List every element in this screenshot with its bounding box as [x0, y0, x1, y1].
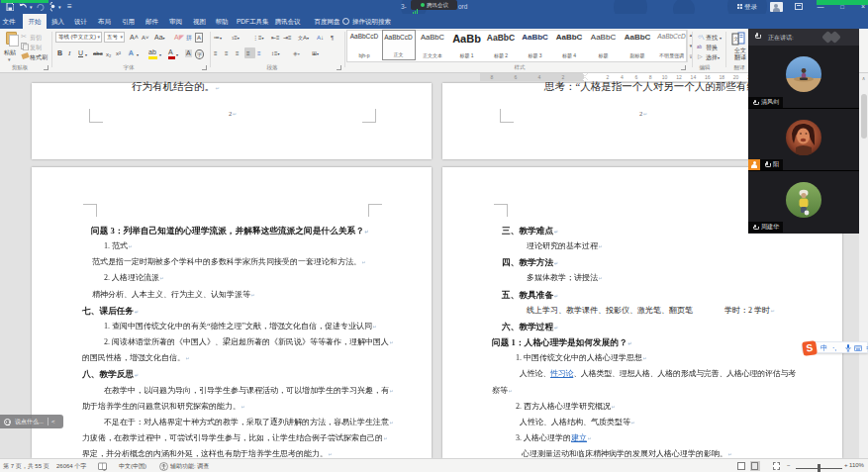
undo-icon[interactable]: [19, 3, 28, 11]
tell-me-box[interactable]: 操作说明搜索: [352, 14, 391, 29]
cut-button[interactable]: 剪切: [30, 34, 42, 43]
format-painter-icon[interactable]: [21, 52, 29, 59]
distribute-icon[interactable]: ≡: [257, 49, 261, 57]
customize-qat-icon[interactable]: ≡: [67, 2, 72, 12]
clipboard-dialog-launcher[interactable]: [44, 65, 48, 70]
line-spacing-icon[interactable]: ↕≡▾: [271, 49, 280, 58]
bold-button[interactable]: B: [57, 49, 62, 57]
copy-icon[interactable]: [21, 43, 29, 50]
redo-icon[interactable]: [37, 3, 45, 11]
cut-icon[interactable]: ✂: [21, 33, 27, 41]
font-name-combo[interactable]: ▾ 等线 (中文正文): [55, 32, 102, 43]
translate-line2[interactable]: 翻译: [734, 53, 746, 62]
ribbon-tab-5[interactable]: 引用: [122, 14, 134, 29]
text-effects-dropdown-icon[interactable]: ▾: [137, 51, 139, 59]
select-dropdown-icon[interactable]: ▾: [718, 54, 720, 62]
font-size-dropdown-icon[interactable]: ▾: [120, 33, 123, 42]
find-dropdown-icon[interactable]: ▾: [720, 35, 722, 43]
mic-icon[interactable]: [845, 344, 851, 352]
font-size-combo[interactable]: ▾ 五号: [104, 32, 125, 43]
save-icon[interactable]: [6, 3, 14, 11]
replace-icon[interactable]: ab: [697, 43, 702, 51]
print-layout-icon[interactable]: [750, 461, 760, 471]
style-card[interactable]: AaBbC标题 4: [552, 30, 586, 60]
paragraph-dialog-launcher[interactable]: [337, 65, 341, 70]
accessibility-status[interactable]: 辅助功能: 调查: [170, 462, 209, 471]
ribbon-tab-12[interactable]: 百度网盘: [314, 14, 340, 29]
ribbon-tab-0[interactable]: 文件: [2, 14, 16, 29]
doc-link[interactable]: 性习论: [550, 369, 573, 378]
doc-link[interactable]: 建立: [571, 433, 587, 442]
keyboard-icon[interactable]: [854, 345, 862, 351]
shrink-font-icon[interactable]: A˅: [142, 34, 149, 42]
zoom-level[interactable]: 110%: [849, 462, 864, 468]
ribbon-tab-1[interactable]: 开始: [23, 14, 47, 29]
word-count[interactable]: 26064 个字: [56, 462, 86, 471]
style-card[interactable]: AaBbC正文文本: [416, 30, 449, 60]
meeting-floating-pill[interactable]: 腾讯会议: [411, 0, 457, 10]
style-card[interactable]: AaBbC标题 2: [484, 30, 518, 60]
format-painter-button[interactable]: 格式刷: [30, 53, 48, 62]
ribbon-tab-9[interactable]: 帮助: [215, 14, 229, 29]
sign-in-button[interactable]: 登录: [744, 3, 757, 12]
numbering-icon[interactable]: 1≡▾: [232, 34, 240, 43]
ribbon-tab-7[interactable]: 审阅: [169, 14, 181, 29]
strikethrough-icon[interactable]: abc: [93, 49, 103, 57]
ime-toolbar[interactable]: S 中 ·, ≡: [802, 341, 868, 353]
superscript-icon[interactable]: x²: [116, 49, 121, 57]
account-avatar[interactable]: [770, 2, 783, 12]
web-layout-icon[interactable]: [772, 461, 782, 471]
style-card[interactable]: AaBbC标题: [587, 30, 621, 60]
character-border-icon[interactable]: A: [195, 33, 203, 43]
decrease-indent-icon[interactable]: ⇤≡: [271, 34, 280, 42]
underline-dropdown-icon[interactable]: ▾: [85, 51, 87, 59]
vertical-scrollbar[interactable]: ∧: [859, 73, 868, 458]
chat-pill-collapse[interactable]: <: [51, 419, 55, 425]
shading-icon[interactable]: ◈▾: [293, 49, 300, 58]
align-right-icon[interactable]: ≡: [236, 49, 240, 57]
enclose-char-icon[interactable]: 字: [195, 49, 204, 59]
style-card[interactable]: AaBbCcDbjh-p: [347, 30, 381, 60]
language-status[interactable]: 中文(中国): [119, 462, 146, 471]
chinese-mode-icon[interactable]: 中: [820, 343, 827, 353]
ribbon-tab-10[interactable]: PDF工具集: [237, 14, 264, 29]
replace-button[interactable]: 替换: [706, 44, 718, 52]
find-button[interactable]: 查找: [706, 34, 718, 43]
paste-icon[interactable]: [6, 32, 17, 45]
phonetic-guide-icon[interactable]: 拼: [186, 34, 192, 42]
copy-button[interactable]: 复制: [30, 44, 42, 52]
ribbon-tab-4[interactable]: 布局: [98, 14, 110, 29]
ribbon-tab-3[interactable]: 设计: [74, 14, 86, 29]
justify-icon[interactable]: ≡: [246, 49, 250, 57]
ribbon-tab-6[interactable]: 邮件: [145, 14, 157, 29]
touch-mode-icon[interactable]: [48, 2, 56, 12]
clear-format-icon[interactable]: A◤: [174, 34, 184, 42]
read-mode-icon[interactable]: [736, 461, 746, 471]
char-shading-icon[interactable]: A: [185, 49, 192, 57]
indent-marker[interactable]: [582, 73, 588, 81]
select-button[interactable]: 选择: [706, 53, 718, 62]
ribbon-tab-8[interactable]: 视图: [193, 14, 205, 29]
ribbon-tab-11[interactable]: 腾讯会议: [274, 14, 301, 29]
participant-tile[interactable]: 清风剑: [748, 46, 859, 109]
proofing-icon[interactable]: [98, 462, 107, 471]
style-card[interactable]: AaBbC副标题: [621, 30, 654, 60]
borders-icon[interactable]: ⊞▾: [312, 49, 319, 58]
style-card[interactable]: AaBbCcD不明显强调: [655, 30, 689, 60]
subscript-icon[interactable]: x₂: [106, 50, 111, 58]
grow-font-icon[interactable]: A˄: [130, 34, 139, 42]
full-text-translate-icon[interactable]: 文: [731, 32, 745, 46]
show-marks-icon[interactable]: ¶: [331, 34, 334, 42]
ribbon-display-options-icon[interactable]: [795, 3, 803, 10]
scrollbar-thumb[interactable]: [861, 94, 867, 139]
meeting-chat-pill[interactable]: 说点什么... <: [0, 415, 63, 428]
undo-dropdown-icon[interactable]: ▾: [30, 2, 33, 12]
font-dialog-launcher[interactable]: [202, 65, 207, 70]
touch-mode-dropdown-icon[interactable]: ▾: [58, 2, 61, 12]
bullets-icon[interactable]: ≔▾: [214, 34, 222, 43]
asian-layout-icon[interactable]: 文A▾: [298, 34, 309, 43]
font-color-dropdown-icon[interactable]: ▾: [176, 51, 178, 59]
italic-button[interactable]: I: [68, 49, 70, 57]
paste-dropdown-icon[interactable]: ▾: [8, 55, 11, 63]
change-case-icon[interactable]: Aa▾: [154, 34, 165, 43]
